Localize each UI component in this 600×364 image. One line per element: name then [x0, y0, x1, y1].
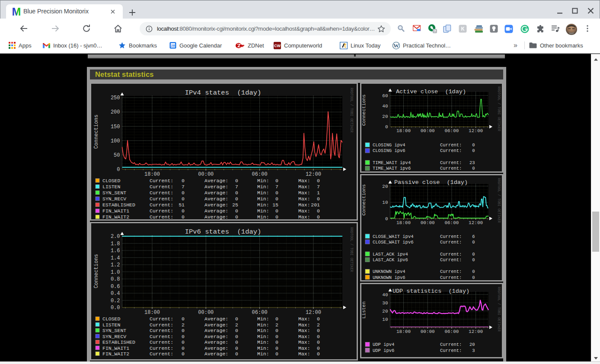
svg-text:50: 50: [114, 152, 120, 158]
svg-text:Current:: Current:: [150, 334, 173, 339]
svg-text:200: 200: [111, 109, 120, 115]
svg-text:18:00: 18:00: [144, 171, 160, 177]
svg-text:Min:: Min:: [257, 334, 269, 339]
svg-text:0: 0: [235, 190, 238, 196]
svg-text:Average:: Average:: [204, 208, 228, 214]
svg-text:TIME_WAIT ipv4: TIME_WAIT ipv4: [373, 160, 411, 165]
svg-text:Max:: Max:: [298, 178, 310, 184]
svg-text:Current:: Current:: [440, 234, 462, 239]
svg-text:2: 2: [275, 322, 278, 328]
svg-text:Current:: Current:: [150, 190, 173, 196]
svg-text:Current:: Current:: [440, 240, 462, 245]
svg-text:LISTEN: LISTEN: [102, 184, 120, 190]
svg-text:0: 0: [182, 316, 185, 322]
svg-text:Current:: Current:: [440, 257, 462, 263]
svg-text:12:00: 12:00: [469, 128, 483, 133]
svg-text:0: 0: [235, 345, 238, 351]
svg-text:Connections: Connections: [93, 254, 99, 288]
svg-text:Listen: Listen: [361, 301, 367, 319]
svg-text:7: 7: [275, 184, 278, 190]
svg-text:Current:: Current:: [150, 214, 173, 219]
svg-text:0: 0: [182, 196, 185, 202]
svg-text:ESTABLISHED: ESTABLISHED: [102, 202, 135, 208]
svg-text:0.2: 0.2: [111, 298, 120, 304]
svg-text:Max:: Max:: [298, 351, 310, 357]
svg-text:RRDTOOL / TOBI OETIKER: RRDTOOL / TOBI OETIKER: [497, 86, 501, 131]
svg-text:51: 51: [179, 202, 185, 208]
svg-text:0: 0: [317, 214, 320, 219]
svg-text:FIN_WAIT1: FIN_WAIT1: [102, 208, 129, 214]
svg-text:0: 0: [275, 178, 278, 184]
svg-text:?: ?: [434, 29, 436, 33]
svg-text:25: 25: [232, 202, 238, 208]
svg-text:0: 0: [235, 351, 238, 357]
svg-text:250: 250: [111, 95, 120, 101]
svg-text:ESTABLISHED: ESTABLISHED: [102, 339, 135, 345]
svg-text:Average:: Average:: [204, 334, 228, 339]
svg-text:18:00: 18:00: [144, 310, 160, 316]
svg-text:18:00: 18:00: [396, 220, 411, 225]
svg-text:UNKNOWN ipv6: UNKNOWN ipv6: [373, 275, 405, 280]
svg-text:60: 60: [382, 93, 388, 98]
svg-text:0: 0: [317, 208, 320, 214]
svg-text:0: 0: [472, 275, 475, 280]
svg-text:IPv4 states (1day): IPv4 states (1day): [185, 89, 262, 97]
svg-text:0: 0: [275, 214, 278, 219]
svg-text:Average:: Average:: [204, 190, 228, 196]
svg-text:Current:: Current:: [150, 316, 173, 322]
svg-text:Current:: Current:: [440, 275, 462, 280]
svg-text:FIN_WAIT2: FIN_WAIT2: [102, 351, 129, 357]
svg-text:Current:: Current:: [150, 196, 173, 202]
svg-text:7: 7: [235, 184, 238, 190]
svg-text:Average:: Average:: [204, 196, 228, 202]
svg-text:0: 0: [472, 142, 475, 148]
svg-text:0: 0: [235, 328, 238, 333]
svg-text:Min:: Min:: [257, 328, 269, 333]
svg-text:Active close (1day): Active close (1day): [396, 89, 466, 95]
svg-text:06:00: 06:00: [444, 128, 459, 133]
svg-text:0: 0: [275, 316, 278, 322]
svg-text:Min:: Min:: [257, 339, 269, 345]
svg-text:150: 150: [111, 124, 120, 130]
svg-text:00:00: 00:00: [198, 171, 214, 177]
svg-text:0: 0: [275, 334, 278, 339]
svg-text:12:00: 12:00: [306, 171, 321, 177]
svg-text:1.8: 1.8: [111, 241, 120, 247]
svg-text:W: W: [393, 42, 399, 49]
svg-text:Min:: Min:: [257, 214, 269, 219]
svg-text:0: 0: [472, 240, 475, 245]
svg-text:Min:: Min:: [257, 190, 269, 196]
svg-text:Current:: Current:: [150, 178, 173, 184]
svg-text:0: 0: [235, 196, 238, 202]
svg-text:LAST_ACK ipv4: LAST_ACK ipv4: [373, 252, 408, 257]
svg-text:1.6: 1.6: [111, 248, 120, 254]
svg-text:Average:: Average:: [204, 184, 228, 190]
svg-text:15: 15: [272, 202, 278, 208]
svg-text:0: 0: [275, 196, 278, 202]
svg-text:Max:: Max:: [298, 184, 310, 190]
svg-text:06:00: 06:00: [252, 310, 268, 316]
svg-text:Current:: Current:: [440, 348, 462, 353]
svg-text:40: 40: [382, 292, 388, 298]
svg-text:FIN_WAIT1: FIN_WAIT1: [102, 345, 129, 351]
svg-text:0: 0: [275, 190, 278, 196]
svg-text:12:00: 12:00: [469, 329, 483, 334]
svg-text:Max:: Max:: [298, 214, 310, 219]
svg-text:0: 0: [235, 339, 238, 345]
svg-text:0: 0: [182, 214, 185, 219]
svg-text:SYN_RECV: SYN_RECV: [102, 334, 126, 339]
svg-text:2: 2: [182, 322, 185, 328]
svg-text:Min:: Min:: [257, 322, 269, 328]
svg-text:Current:: Current:: [440, 160, 462, 165]
svg-text:0: 0: [317, 339, 320, 345]
svg-text:0.4: 0.4: [111, 291, 120, 297]
svg-text:FIN_WAIT2: FIN_WAIT2: [102, 214, 129, 219]
svg-text:0: 0: [275, 345, 278, 351]
svg-text:Current:: Current:: [440, 142, 462, 148]
svg-text:0: 0: [472, 257, 475, 263]
svg-text:30: 30: [382, 301, 388, 306]
svg-text:18:00: 18:00: [396, 128, 411, 133]
svg-text:06:00: 06:00: [444, 329, 459, 334]
svg-text:10: 10: [382, 200, 388, 205]
svg-text:00:00: 00:00: [421, 128, 435, 133]
